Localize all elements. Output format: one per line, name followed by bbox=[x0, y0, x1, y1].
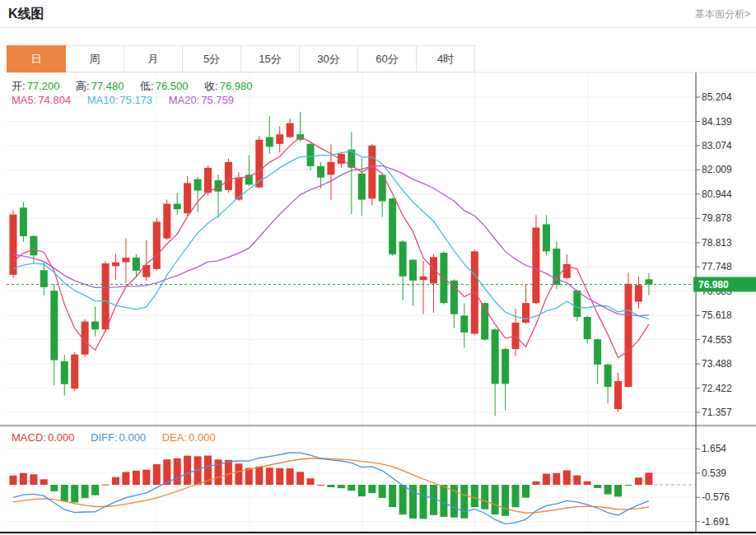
svg-text:71.357: 71.357 bbox=[702, 407, 732, 418]
svg-text:82.009: 82.009 bbox=[702, 164, 732, 175]
ohlc-readout: 开:77.200 高:77.480 低:76.500 收:76.980 bbox=[12, 79, 254, 94]
high-value: 77.480 bbox=[91, 80, 124, 92]
svg-text:79.878: 79.878 bbox=[702, 212, 732, 224]
ma20-value: 75.759 bbox=[201, 94, 234, 106]
low-value: 76.500 bbox=[156, 80, 189, 92]
current-price-value: 76.980 bbox=[698, 279, 729, 291]
open-value: 77.200 bbox=[27, 80, 60, 92]
svg-text:1.654: 1.654 bbox=[702, 443, 726, 454]
svg-text:85.204: 85.204 bbox=[702, 91, 732, 103]
svg-text:75.618: 75.618 bbox=[702, 309, 732, 321]
svg-text:72.422: 72.422 bbox=[702, 383, 732, 394]
svg-text:-0.576: -0.576 bbox=[702, 491, 730, 503]
ma20-label: MA20: bbox=[169, 94, 200, 106]
svg-text:84.139: 84.139 bbox=[702, 116, 732, 128]
diff-label: DIFF: bbox=[91, 431, 118, 444]
svg-text:77.748: 77.748 bbox=[702, 261, 732, 272]
low-label: 低: bbox=[140, 80, 154, 92]
candles-layer bbox=[10, 112, 653, 416]
dea-value: 0.000 bbox=[189, 431, 216, 444]
svg-text:78.813: 78.813 bbox=[702, 237, 732, 249]
svg-text:74.553: 74.553 bbox=[702, 334, 732, 346]
close-value: 76.980 bbox=[220, 80, 253, 92]
dea-label: DEA: bbox=[162, 431, 187, 444]
current-price-badge: 76.980 bbox=[693, 277, 756, 292]
macd-readout: MACD:0.000 DIFF:0.000 DEA:0.000 bbox=[12, 431, 217, 444]
macd-layer bbox=[10, 453, 697, 524]
macd-value: 0.000 bbox=[48, 431, 75, 444]
ma10-value: 75.173 bbox=[119, 94, 152, 106]
svg-text:80.944: 80.944 bbox=[702, 188, 732, 200]
svg-text:83.074: 83.074 bbox=[702, 140, 732, 151]
ma-readout: MA5:74.804 MA10:75.173 MA20:75.759 bbox=[12, 94, 236, 106]
svg-text:73.488: 73.488 bbox=[702, 358, 732, 370]
close-label: 收: bbox=[204, 80, 218, 92]
diff-value: 0.000 bbox=[119, 431, 147, 444]
diff-line bbox=[13, 453, 649, 524]
macd-label: MACD: bbox=[12, 431, 46, 444]
ma5-value: 74.804 bbox=[38, 94, 71, 106]
svg-text:0.539: 0.539 bbox=[702, 468, 726, 479]
kline-page: K线图 基本面分析> 日 周 月 5分 15分 30分 60分 4时 85.20… bbox=[0, 0, 756, 535]
ma5-label: MA5: bbox=[12, 94, 36, 106]
ma10-label: MA10: bbox=[87, 94, 119, 106]
svg-text:-1.691: -1.691 bbox=[702, 516, 730, 528]
high-label: 高: bbox=[76, 80, 90, 92]
y-axis-labels: 85.20484.13983.07482.00980.94479.87878.8… bbox=[696, 91, 732, 528]
tab-day[interactable]: 日 bbox=[7, 45, 66, 72]
open-label: 开: bbox=[12, 80, 26, 92]
